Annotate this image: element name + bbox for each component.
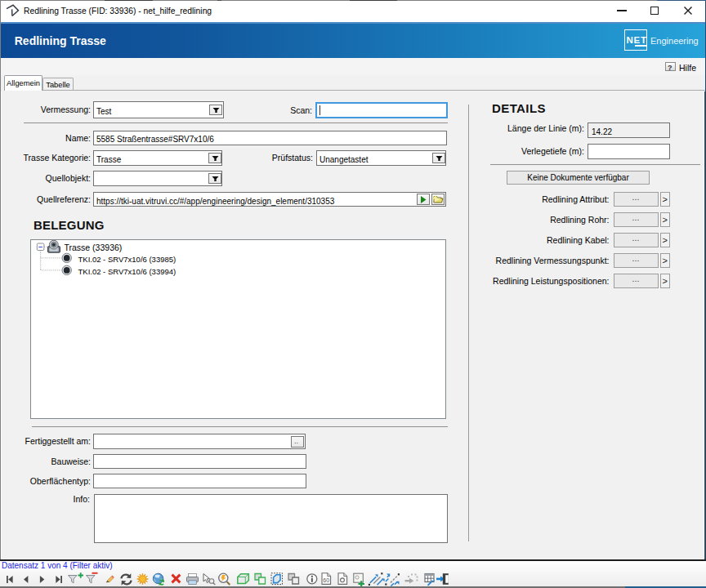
svg-text:60: 60 — [323, 577, 329, 583]
